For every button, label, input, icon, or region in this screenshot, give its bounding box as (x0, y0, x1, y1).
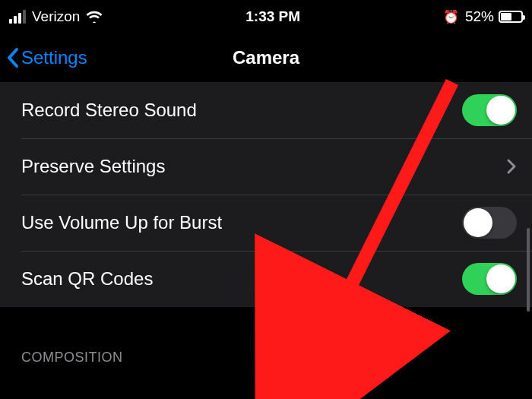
chevron-right-icon (506, 158, 517, 175)
signal-bars-icon (9, 10, 26, 24)
settings-list: Record Stereo Sound Preserve Settings Us… (0, 82, 532, 307)
toggle-volume-up-burst[interactable] (462, 207, 517, 239)
row-preserve-settings[interactable]: Preserve Settings (0, 138, 532, 195)
battery-icon (499, 11, 523, 23)
back-button[interactable]: Settings (6, 47, 87, 68)
chevron-left-icon (6, 47, 20, 68)
page-title: Camera (233, 47, 299, 68)
section-gap (0, 307, 532, 350)
status-left: Verizon (9, 8, 103, 25)
wifi-icon (86, 11, 103, 23)
row-label: Scan QR Codes (21, 268, 153, 290)
toggle-scan-qr-codes[interactable] (462, 263, 517, 295)
toggle-record-stereo-sound[interactable] (462, 94, 517, 126)
status-right: ⏰ 52% (443, 8, 523, 25)
row-record-stereo-sound[interactable]: Record Stereo Sound (0, 82, 532, 138)
battery-percent: 52% (465, 8, 494, 25)
back-label: Settings (21, 47, 87, 68)
row-label: Use Volume Up for Burst (21, 212, 222, 233)
row-label: Record Stereo Sound (21, 100, 197, 121)
nav-bar: Settings Camera (0, 33, 532, 82)
status-bar: Verizon 1:33 PM ⏰ 52% (0, 0, 532, 33)
alarm-icon: ⏰ (443, 9, 459, 25)
battery-indicator: 52% (465, 8, 523, 25)
status-time: 1:33 PM (245, 8, 300, 25)
row-scan-qr-codes[interactable]: Scan QR Codes (0, 251, 532, 307)
carrier-label: Verizon (32, 8, 80, 25)
section-header-composition: COMPOSITION (0, 350, 532, 376)
scrollbar[interactable] (527, 228, 530, 312)
row-volume-up-burst[interactable]: Use Volume Up for Burst (0, 195, 532, 251)
row-label: Preserve Settings (21, 156, 165, 177)
